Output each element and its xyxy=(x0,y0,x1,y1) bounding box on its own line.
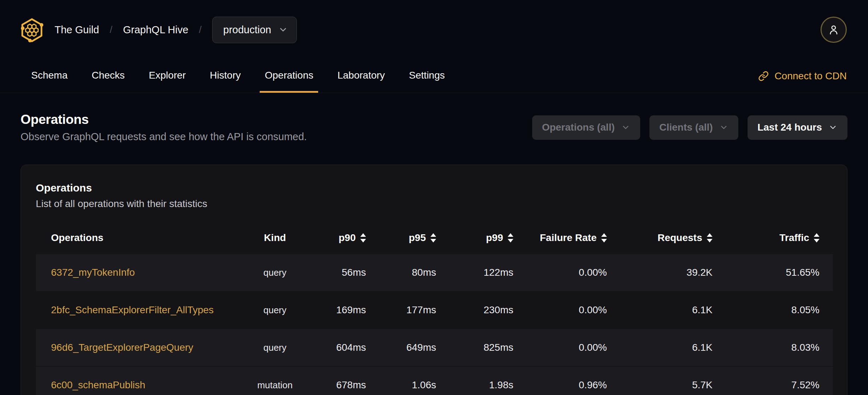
column-label: p99 xyxy=(486,232,503,244)
app-root: The Guild / GraphQL Hive / production Sc… xyxy=(0,0,868,395)
column-header-requests[interactable]: Requests xyxy=(621,232,727,244)
clients-filter-button[interactable]: Clients (all) xyxy=(649,115,738,140)
tab-laboratory[interactable]: Laboratory xyxy=(332,59,390,93)
breadcrumb-separator: / xyxy=(199,24,202,35)
cell-requests: 6.1K xyxy=(621,342,727,353)
tab-operations[interactable]: Operations xyxy=(260,59,318,93)
tab-checks[interactable]: Checks xyxy=(87,59,130,93)
breadcrumb-project[interactable]: GraphQL Hive xyxy=(123,24,188,36)
card-subtitle: List of all operations with their statis… xyxy=(36,198,833,210)
cell-p90: 604ms xyxy=(305,342,380,353)
cell-p95: 649ms xyxy=(380,342,450,353)
cell-p99: 230ms xyxy=(450,304,528,316)
operation-link[interactable]: 2bfc_SchemaExplorerFilter_AllTypes xyxy=(51,304,214,315)
page-head: Operations Observe GraphQL requests and … xyxy=(21,112,847,143)
connect-to-cdn-link[interactable]: Connect to CDN xyxy=(758,59,847,93)
tab-explorer[interactable]: Explorer xyxy=(144,59,191,93)
operation-link[interactable]: 96d6_TargetExplorerPageQuery xyxy=(51,342,193,353)
sort-arrows-icon xyxy=(814,233,819,242)
sort-arrows-icon xyxy=(360,233,366,242)
column-label: Failure Rate xyxy=(540,232,597,244)
table-header-row: OperationsKindp90p95p99Failure RateReque… xyxy=(36,222,833,254)
sort-arrows-icon xyxy=(508,233,513,242)
user-icon xyxy=(828,24,840,36)
column-label: p95 xyxy=(409,232,426,244)
chevron-down-icon xyxy=(621,123,630,132)
nav-tabbar: SchemaChecksExplorerHistoryOperationsLab… xyxy=(0,59,868,93)
operations-filter-button[interactable]: Operations (all) xyxy=(532,115,640,140)
column-header-failure-rate[interactable]: Failure Rate xyxy=(528,232,621,244)
cell-operation: 96d6_TargetExplorerPageQuery xyxy=(36,342,245,353)
connect-to-cdn-label: Connect to CDN xyxy=(774,70,847,82)
cell-operation: 6c00_schemaPublish xyxy=(36,379,245,391)
chevron-down-icon xyxy=(719,123,728,132)
operation-link[interactable]: 6372_myTokenInfo xyxy=(51,267,135,278)
filters: Operations (all) Clients (all) Last 24 h… xyxy=(532,115,847,140)
operations-card: Operations List of all operations with t… xyxy=(21,165,847,395)
period-filter-label: Last 24 hours xyxy=(757,122,822,133)
tab-settings[interactable]: Settings xyxy=(404,59,450,93)
table-row: 6c00_schemaPublishmutation678ms1.06s1.98… xyxy=(36,367,833,395)
breadcrumb-separator: / xyxy=(110,24,113,35)
cell-traffic: 8.05% xyxy=(727,304,834,316)
table-row: 96d6_TargetExplorerPageQueryquery604ms64… xyxy=(36,329,833,366)
cell-p90: 169ms xyxy=(305,304,380,316)
cell-operation: 2bfc_SchemaExplorerFilter_AllTypes xyxy=(36,304,245,316)
top-header: The Guild / GraphQL Hive / production xyxy=(0,0,868,59)
chevron-down-icon xyxy=(278,25,288,35)
cell-traffic: 7.52% xyxy=(727,379,834,391)
tab-schema[interactable]: Schema xyxy=(26,59,73,93)
column-label: Operations xyxy=(51,232,103,244)
cell-requests: 39.2K xyxy=(621,267,727,278)
breadcrumb-org[interactable]: The Guild xyxy=(55,24,99,36)
operations-filter-label: Operations (all) xyxy=(542,122,615,133)
table-row: 2bfc_SchemaExplorerFilter_AllTypesquery1… xyxy=(36,292,833,328)
sort-arrows-icon xyxy=(430,233,436,242)
chevron-down-icon xyxy=(828,123,838,132)
cell-kind: query xyxy=(245,305,305,316)
target-selector-value: production xyxy=(223,24,271,36)
operation-link[interactable]: 6c00_schemaPublish xyxy=(51,379,145,390)
link-icon xyxy=(758,71,769,81)
cell-p99: 825ms xyxy=(450,342,528,353)
table-body: 6372_myTokenInfoquery56ms80ms122ms0.00%3… xyxy=(36,254,833,395)
page-title: Operations xyxy=(21,112,307,127)
column-header-p95[interactable]: p95 xyxy=(380,232,450,244)
column-header-traffic[interactable]: Traffic xyxy=(727,232,834,244)
cell-traffic: 51.65% xyxy=(727,267,834,278)
cell-p95: 1.06s xyxy=(380,379,450,391)
sort-arrows-icon xyxy=(707,233,712,242)
cell-p95: 80ms xyxy=(380,267,450,278)
column-header-p99[interactable]: p99 xyxy=(450,232,528,244)
cell-p99: 122ms xyxy=(450,267,528,278)
column-header-kind: Kind xyxy=(245,232,305,244)
operations-table: OperationsKindp90p95p99Failure RateReque… xyxy=(36,222,833,395)
cell-requests: 6.1K xyxy=(621,304,727,316)
cell-failure_rate: 0.96% xyxy=(528,379,621,391)
target-selector[interactable]: production xyxy=(212,17,297,43)
hive-logo-icon[interactable] xyxy=(20,17,44,43)
cell-kind: mutation xyxy=(245,380,305,391)
column-label: Traffic xyxy=(779,232,809,244)
column-label: p90 xyxy=(339,232,356,244)
clients-filter-label: Clients (all) xyxy=(659,122,713,133)
column-header-p90[interactable]: p90 xyxy=(305,232,380,244)
user-avatar-button[interactable] xyxy=(821,17,847,43)
cell-p99: 1.98s xyxy=(450,379,528,391)
period-filter-button[interactable]: Last 24 hours xyxy=(748,115,847,140)
sort-arrows-icon xyxy=(601,233,607,242)
table-row: 6372_myTokenInfoquery56ms80ms122ms0.00%3… xyxy=(36,254,833,291)
breadcrumb: The Guild / GraphQL Hive / production xyxy=(20,17,297,43)
cell-traffic: 8.03% xyxy=(727,342,834,353)
column-label: Kind xyxy=(264,232,286,244)
cell-operation: 6372_myTokenInfo xyxy=(36,267,245,278)
main-content: Operations Observe GraphQL requests and … xyxy=(0,112,868,395)
card-title: Operations xyxy=(36,182,833,194)
cell-failure_rate: 0.00% xyxy=(528,342,621,353)
cell-p90: 56ms xyxy=(305,267,380,278)
cell-kind: query xyxy=(245,342,305,353)
cell-failure_rate: 0.00% xyxy=(528,267,621,278)
cell-failure_rate: 0.00% xyxy=(528,304,621,316)
tab-history[interactable]: History xyxy=(205,59,246,93)
column-label: Requests xyxy=(658,232,702,244)
